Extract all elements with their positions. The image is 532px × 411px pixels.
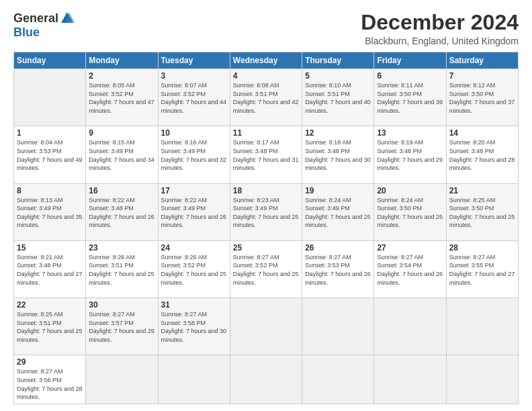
calendar-cell: 20Sunrise: 8:24 AMSunset: 3:50 PMDayligh… xyxy=(374,183,446,240)
calendar-cell: 4Sunrise: 8:08 AMSunset: 3:51 PMDaylight… xyxy=(230,69,302,126)
day-number: 1 xyxy=(17,128,83,138)
day-number: 27 xyxy=(377,243,443,253)
day-number: 5 xyxy=(305,71,371,81)
calendar-cell: 24Sunrise: 8:26 AMSunset: 3:52 PMDayligh… xyxy=(158,240,230,298)
day-number: 8 xyxy=(17,186,83,195)
calendar-cell xyxy=(374,298,446,355)
calendar-cell: 17Sunrise: 8:22 AMSunset: 3:49 PMDayligh… xyxy=(158,183,230,240)
calendar-cell: 29Sunrise: 8:27 AMSunset: 3:56 PMDayligh… xyxy=(14,355,86,404)
calendar-header-row: Sunday Monday Tuesday Wednesday Thursday… xyxy=(14,52,519,69)
day-info: Sunrise: 8:27 AMSunset: 3:56 PMDaylight:… xyxy=(17,367,83,401)
day-number: 10 xyxy=(161,128,227,138)
day-info: Sunrise: 8:27 AMSunset: 3:54 PMDaylight:… xyxy=(377,253,443,287)
calendar-week-row: 29Sunrise: 8:27 AMSunset: 3:56 PMDayligh… xyxy=(14,355,519,404)
day-number: 28 xyxy=(449,243,515,253)
location: Blackburn, England, United Kingdom xyxy=(361,36,519,46)
day-info: Sunrise: 8:13 AMSunset: 3:49 PMDaylight:… xyxy=(17,196,83,230)
day-number: 9 xyxy=(89,128,154,138)
day-number: 30 xyxy=(89,300,154,310)
calendar-cell: 22Sunrise: 8:25 AMSunset: 3:51 PMDayligh… xyxy=(14,298,86,355)
day-number: 22 xyxy=(17,300,83,310)
day-info: Sunrise: 8:16 AMSunset: 3:49 PMDaylight:… xyxy=(161,138,227,172)
day-info: Sunrise: 8:25 AMSunset: 3:50 PMDaylight:… xyxy=(449,196,515,230)
calendar-cell: 6Sunrise: 8:11 AMSunset: 3:50 PMDaylight… xyxy=(374,69,446,126)
page: General Blue December 2024 Blackburn, En… xyxy=(0,0,532,411)
calendar-cell: 7Sunrise: 8:12 AMSunset: 3:50 PMDaylight… xyxy=(446,69,518,126)
calendar-cell: 27Sunrise: 8:27 AMSunset: 3:54 PMDayligh… xyxy=(374,240,446,298)
day-number: 13 xyxy=(377,128,443,138)
col-header-monday: Monday xyxy=(86,52,158,69)
calendar-cell: 1Sunrise: 8:04 AMSunset: 3:53 PMDaylight… xyxy=(14,126,86,183)
calendar-cell: 25Sunrise: 8:27 AMSunset: 3:52 PMDayligh… xyxy=(230,240,302,298)
day-info: Sunrise: 8:24 AMSunset: 3:49 PMDaylight:… xyxy=(305,196,371,230)
day-number: 16 xyxy=(89,186,154,195)
day-number: 4 xyxy=(233,71,299,81)
calendar-cell: 2Sunrise: 8:05 AMSunset: 3:52 PMDaylight… xyxy=(86,69,158,126)
calendar-week-row: 22Sunrise: 8:25 AMSunset: 3:51 PMDayligh… xyxy=(14,298,519,355)
calendar-cell: 21Sunrise: 8:25 AMSunset: 3:50 PMDayligh… xyxy=(446,183,518,240)
day-info: Sunrise: 8:26 AMSunset: 3:52 PMDaylight:… xyxy=(161,253,227,287)
calendar-cell: 14Sunrise: 8:20 AMSunset: 3:48 PMDayligh… xyxy=(446,126,518,183)
calendar-cell xyxy=(302,355,374,404)
calendar-cell xyxy=(14,69,86,126)
day-number: 7 xyxy=(449,71,515,81)
logo-icon xyxy=(60,11,75,26)
day-info: Sunrise: 8:25 AMSunset: 3:51 PMDaylight:… xyxy=(17,310,83,344)
calendar-week-row: 2Sunrise: 8:05 AMSunset: 3:52 PMDaylight… xyxy=(14,69,519,126)
calendar-cell xyxy=(446,355,518,404)
day-info: Sunrise: 8:22 AMSunset: 3:48 PMDaylight:… xyxy=(89,196,154,230)
calendar-cell xyxy=(230,298,302,355)
calendar-cell: 10Sunrise: 8:16 AMSunset: 3:49 PMDayligh… xyxy=(158,126,230,183)
calendar-cell: 3Sunrise: 8:07 AMSunset: 3:52 PMDaylight… xyxy=(158,69,230,126)
calendar-cell: 19Sunrise: 8:24 AMSunset: 3:49 PMDayligh… xyxy=(302,183,374,240)
title-block: December 2024 Blackburn, England, United… xyxy=(361,11,519,46)
day-number: 23 xyxy=(89,243,154,253)
month-title: December 2024 xyxy=(361,11,519,34)
day-number: 18 xyxy=(233,186,299,195)
day-number: 17 xyxy=(161,186,227,195)
day-number: 12 xyxy=(305,128,371,138)
day-info: Sunrise: 8:21 AMSunset: 3:48 PMDaylight:… xyxy=(17,253,83,287)
calendar-cell: 8Sunrise: 8:13 AMSunset: 3:49 PMDaylight… xyxy=(14,183,86,240)
day-number: 2 xyxy=(89,71,154,81)
day-info: Sunrise: 8:27 AMSunset: 3:58 PMDaylight:… xyxy=(161,310,227,344)
day-number: 3 xyxy=(161,71,227,81)
col-header-tuesday: Tuesday xyxy=(158,52,230,69)
day-number: 26 xyxy=(305,243,371,253)
day-info: Sunrise: 8:24 AMSunset: 3:50 PMDaylight:… xyxy=(377,196,443,230)
day-number: 25 xyxy=(233,243,299,253)
calendar-cell xyxy=(86,355,158,404)
day-info: Sunrise: 8:11 AMSunset: 3:50 PMDaylight:… xyxy=(377,81,443,115)
day-number: 15 xyxy=(17,243,83,253)
col-header-friday: Friday xyxy=(374,52,446,69)
calendar-cell xyxy=(374,355,446,404)
day-info: Sunrise: 8:15 AMSunset: 3:49 PMDaylight:… xyxy=(89,138,154,172)
day-number: 29 xyxy=(17,357,83,367)
calendar-cell: 30Sunrise: 8:27 AMSunset: 3:57 PMDayligh… xyxy=(86,298,158,355)
calendar-week-row: 15Sunrise: 8:21 AMSunset: 3:48 PMDayligh… xyxy=(14,240,519,298)
day-info: Sunrise: 8:26 AMSunset: 3:51 PMDaylight:… xyxy=(89,253,154,287)
calendar-cell: 5Sunrise: 8:10 AMSunset: 3:51 PMDaylight… xyxy=(302,69,374,126)
day-info: Sunrise: 8:27 AMSunset: 3:52 PMDaylight:… xyxy=(233,253,299,287)
calendar-cell: 9Sunrise: 8:15 AMSunset: 3:49 PMDaylight… xyxy=(86,126,158,183)
col-header-saturday: Saturday xyxy=(446,52,518,69)
day-info: Sunrise: 8:08 AMSunset: 3:51 PMDaylight:… xyxy=(233,81,299,115)
day-info: Sunrise: 8:07 AMSunset: 3:52 PMDaylight:… xyxy=(161,81,227,115)
day-info: Sunrise: 8:19 AMSunset: 3:48 PMDaylight:… xyxy=(377,138,443,172)
calendar-cell xyxy=(230,355,302,404)
calendar-cell: 18Sunrise: 8:23 AMSunset: 3:49 PMDayligh… xyxy=(230,183,302,240)
day-number: 14 xyxy=(449,128,515,138)
calendar-week-row: 8Sunrise: 8:13 AMSunset: 3:49 PMDaylight… xyxy=(14,183,519,240)
day-info: Sunrise: 8:04 AMSunset: 3:53 PMDaylight:… xyxy=(17,138,83,172)
day-number: 6 xyxy=(377,71,443,81)
day-number: 21 xyxy=(449,186,515,195)
day-info: Sunrise: 8:23 AMSunset: 3:49 PMDaylight:… xyxy=(233,196,299,230)
day-number: 20 xyxy=(377,186,443,195)
day-info: Sunrise: 8:27 AMSunset: 3:55 PMDaylight:… xyxy=(449,253,515,287)
day-info: Sunrise: 8:10 AMSunset: 3:51 PMDaylight:… xyxy=(305,81,371,115)
calendar-cell: 23Sunrise: 8:26 AMSunset: 3:51 PMDayligh… xyxy=(86,240,158,298)
day-number: 24 xyxy=(161,243,227,253)
calendar-cell xyxy=(446,298,518,355)
day-info: Sunrise: 8:18 AMSunset: 3:48 PMDaylight:… xyxy=(305,138,371,172)
day-info: Sunrise: 8:22 AMSunset: 3:49 PMDaylight:… xyxy=(161,196,227,230)
